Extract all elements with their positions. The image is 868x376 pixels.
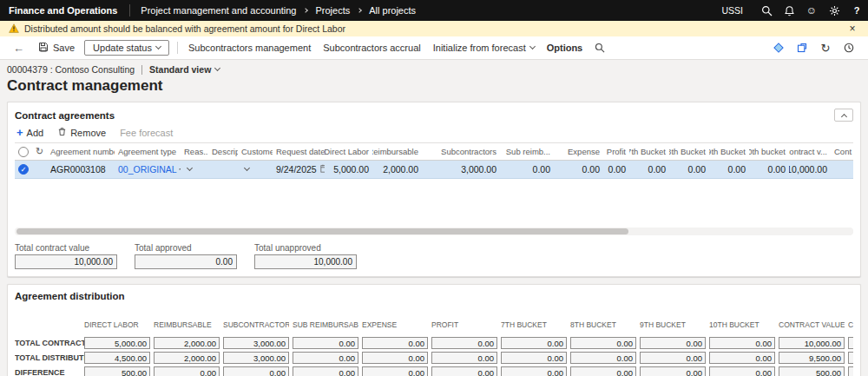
copilot-icon[interactable] (768, 38, 789, 57)
subcontractors-management-button[interactable]: Subcontractors management (182, 40, 317, 56)
grid-cell[interactable]: ✓ (15, 161, 32, 178)
select-all-circle-icon[interactable] (18, 147, 29, 157)
distribution-field-value: 0.00 (431, 366, 497, 376)
grid-column-header[interactable]: 10th bucket (749, 143, 789, 160)
grid-column-header[interactable]: 8th Bucket (669, 143, 709, 160)
distribution-field-value: 0.00 (640, 366, 706, 376)
grid-column-header[interactable]: Expense (554, 143, 603, 160)
grid-column-header[interactable]: ↻ (32, 143, 47, 160)
distribution-body: TOTAL CONTRACT5,000.002,000.003,000.000.… (15, 337, 853, 376)
remove-button[interactable]: Remove (57, 127, 106, 138)
distribution-field-value: 0.00 (362, 337, 428, 349)
feedback-icon[interactable]: ☺ (800, 0, 823, 21)
update-status-button[interactable]: Update status (84, 40, 169, 56)
initialize-from-forecast-button[interactable]: Initialize from forecast (427, 40, 541, 56)
grid-cell[interactable]: 5,000.00 (325, 161, 372, 178)
chevron-down-icon[interactable] (187, 165, 193, 171)
page-content: 00004379 : Contoso Consulting Standard v… (0, 60, 868, 376)
distribution-field-value: 0.00 (154, 366, 220, 376)
grid-cell[interactable] (831, 161, 853, 178)
distribution-field-value: 0.00 (431, 352, 497, 364)
grid-column-header[interactable]: Subcontractors (422, 143, 500, 160)
recent-icon[interactable] (838, 38, 859, 57)
agreement-type-link[interactable]: 00_ORIGINAL (118, 164, 177, 175)
grid-cell[interactable] (208, 161, 238, 178)
distribution-field-value: 0.00 (640, 337, 706, 349)
grid-column-header[interactable]: 9th Bucket (709, 143, 749, 160)
grid-cell[interactable]: 0.00 (669, 161, 709, 178)
options-button[interactable]: Options (541, 40, 589, 56)
grid-cell[interactable]: 9/24/2025 (273, 161, 325, 178)
grid-column-header[interactable]: Agreement type (115, 143, 181, 160)
help-icon[interactable]: ? (845, 0, 868, 21)
distribution-field-value: 3,000.00 (223, 337, 289, 349)
grid-cell[interactable]: 10,000.00 (789, 161, 831, 178)
add-button[interactable]: + Add (16, 127, 43, 138)
notifications-icon[interactable] (778, 0, 800, 21)
agreement-distribution-header[interactable]: Agreement distribution (15, 289, 853, 306)
grid-column-header[interactable]: Reas... (181, 143, 208, 160)
grid-cell[interactable] (32, 161, 47, 178)
grid-cell[interactable]: 2,000.00 (372, 161, 422, 178)
grid-cell[interactable]: 3,000.00 (422, 161, 500, 178)
grid-column-header[interactable] (15, 143, 32, 160)
grid-cell[interactable]: 0.00 (629, 161, 669, 178)
grid-column-header[interactable]: Agreement number↑ (47, 143, 115, 160)
grid-column-header[interactable]: Profit (603, 143, 629, 160)
grid-column-header[interactable]: Direct Labor (325, 143, 372, 160)
settings-icon[interactable] (823, 0, 845, 21)
open-in-new-window-icon[interactable] (792, 38, 812, 57)
grid-cell[interactable]: 0.00 (603, 161, 629, 178)
distribution-field-value: 0.00 (640, 352, 706, 364)
save-button[interactable]: Save (32, 39, 81, 56)
actionbar-search-icon[interactable] (589, 40, 611, 56)
distribution-table: DIRECT LABORREIMBURSABLESUBCONTRACTORSSU… (15, 306, 853, 376)
grid-column-header[interactable]: Request date (273, 143, 325, 160)
total-field-group: Total contract value10,000.00 (15, 243, 117, 269)
grid-header-row: ↻Agreement number↑Agreement typeReas...D… (15, 143, 853, 161)
refresh-icon[interactable]: ↻ (815, 38, 836, 57)
chevron-down-icon[interactable] (244, 165, 250, 171)
horizontal-scrollbar[interactable] (15, 228, 853, 235)
environment-label[interactable]: USSI (709, 5, 755, 16)
row-selected-check-icon[interactable]: ✓ (18, 164, 29, 175)
topbar-right-group: USSI ☺? (709, 0, 868, 21)
grid-column-header[interactable]: Contract v... (789, 143, 831, 160)
grid-column-header[interactable]: Cont (831, 143, 853, 160)
grid-column-header[interactable]: Sub reimb... (500, 143, 554, 160)
search-icon[interactable] (755, 0, 778, 21)
grid-cell[interactable] (181, 161, 208, 178)
grid-cell[interactable]: AGR0003108 (47, 161, 115, 178)
refresh-column-icon: ↻ (36, 146, 43, 157)
grid-cell[interactable]: 0.00 (554, 161, 603, 178)
grid-cell[interactable]: 00_ORIGINAL (115, 161, 181, 178)
grid-cell[interactable]: 0.00 (749, 161, 789, 178)
page-title: Contract management (7, 77, 861, 95)
grid-column-header[interactable]: Reimbursable (372, 143, 422, 160)
breadcrumb-item[interactable]: Projects (315, 5, 350, 16)
collapse-section-button[interactable] (834, 109, 853, 122)
breadcrumb-item[interactable]: Project management and accounting (141, 5, 296, 16)
distribution-row: TOTAL DISTRIBUTED4,500.002,000.003,000.0… (15, 352, 853, 364)
section-title: Contract agreements (15, 110, 115, 121)
back-button[interactable]: ← (5, 42, 32, 55)
grid-cell[interactable] (238, 161, 273, 178)
actionbar-divider (177, 42, 178, 54)
distribution-column-header: REIMBURSABLE (154, 320, 220, 329)
grid-column-header[interactable]: Description (208, 143, 238, 160)
contract-agreements-header[interactable]: Contract agreements (15, 107, 853, 126)
distribution-field-value: 0.00 (293, 352, 358, 364)
grid-cell[interactable]: 0.00 (500, 161, 554, 178)
fee-forecast-button[interactable]: Fee forecast (120, 128, 173, 138)
view-selector[interactable]: Standard view (149, 64, 220, 75)
distribution-field-value: 0.00 (570, 366, 636, 376)
close-message-icon[interactable]: × (845, 23, 859, 34)
scrollbar-thumb[interactable] (16, 228, 628, 234)
grid-cell[interactable]: 0.00 (709, 161, 749, 178)
warning-text: Distributed amount should be balanced wi… (24, 23, 345, 34)
grid-column-header[interactable]: Customer... (238, 143, 273, 160)
grid-column-header[interactable]: 7th Bucket (629, 143, 669, 160)
breadcrumb-item[interactable]: All projects (369, 5, 416, 16)
subcontractors-accrual-button[interactable]: Subcontractors accrual (317, 40, 427, 56)
table-row[interactable]: ✓AGR000310800_ORIGINAL9/24/20255,000.002… (15, 161, 853, 179)
